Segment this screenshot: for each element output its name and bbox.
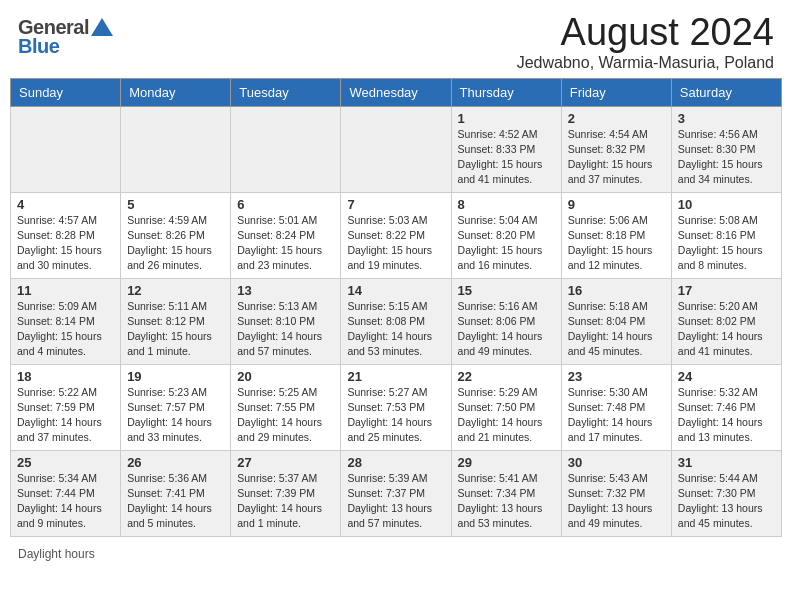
calendar-cell: 14Sunrise: 5:15 AM Sunset: 8:08 PM Dayli…: [341, 278, 451, 364]
week-row-1: 1Sunrise: 4:52 AM Sunset: 8:33 PM Daylig…: [11, 106, 782, 192]
calendar-cell: 26Sunrise: 5:36 AM Sunset: 7:41 PM Dayli…: [121, 450, 231, 536]
title-section: August 2024 Jedwabno, Warmia-Masuria, Po…: [517, 12, 774, 72]
calendar-cell: [341, 106, 451, 192]
day-info: Sunrise: 5:06 AM Sunset: 8:18 PM Dayligh…: [568, 213, 665, 274]
day-number: 16: [568, 283, 665, 298]
week-row-4: 18Sunrise: 5:22 AM Sunset: 7:59 PM Dayli…: [11, 364, 782, 450]
col-tuesday: Tuesday: [231, 78, 341, 106]
day-info: Sunrise: 5:25 AM Sunset: 7:55 PM Dayligh…: [237, 385, 334, 446]
week-row-5: 25Sunrise: 5:34 AM Sunset: 7:44 PM Dayli…: [11, 450, 782, 536]
calendar-cell: 28Sunrise: 5:39 AM Sunset: 7:37 PM Dayli…: [341, 450, 451, 536]
logo-icon: [91, 18, 113, 36]
day-number: 20: [237, 369, 334, 384]
calendar-cell: 27Sunrise: 5:37 AM Sunset: 7:39 PM Dayli…: [231, 450, 341, 536]
day-info: Sunrise: 5:04 AM Sunset: 8:20 PM Dayligh…: [458, 213, 555, 274]
day-number: 23: [568, 369, 665, 384]
day-number: 30: [568, 455, 665, 470]
calendar-cell: 21Sunrise: 5:27 AM Sunset: 7:53 PM Dayli…: [341, 364, 451, 450]
logo: General Blue: [18, 16, 113, 58]
col-wednesday: Wednesday: [341, 78, 451, 106]
header: General Blue August 2024 Jedwabno, Warmi…: [0, 0, 792, 78]
day-number: 3: [678, 111, 775, 126]
day-number: 28: [347, 455, 444, 470]
col-sunday: Sunday: [11, 78, 121, 106]
day-info: Sunrise: 5:30 AM Sunset: 7:48 PM Dayligh…: [568, 385, 665, 446]
calendar-cell: 25Sunrise: 5:34 AM Sunset: 7:44 PM Dayli…: [11, 450, 121, 536]
day-info: Sunrise: 5:03 AM Sunset: 8:22 PM Dayligh…: [347, 213, 444, 274]
week-row-2: 4Sunrise: 4:57 AM Sunset: 8:28 PM Daylig…: [11, 192, 782, 278]
day-info: Sunrise: 4:56 AM Sunset: 8:30 PM Dayligh…: [678, 127, 775, 188]
day-info: Sunrise: 4:52 AM Sunset: 8:33 PM Dayligh…: [458, 127, 555, 188]
calendar-title: August 2024: [517, 12, 774, 54]
day-number: 18: [17, 369, 114, 384]
day-number: 4: [17, 197, 114, 212]
calendar-cell: 18Sunrise: 5:22 AM Sunset: 7:59 PM Dayli…: [11, 364, 121, 450]
day-number: 24: [678, 369, 775, 384]
day-number: 27: [237, 455, 334, 470]
day-number: 26: [127, 455, 224, 470]
calendar-cell: 22Sunrise: 5:29 AM Sunset: 7:50 PM Dayli…: [451, 364, 561, 450]
calendar-cell: 30Sunrise: 5:43 AM Sunset: 7:32 PM Dayli…: [561, 450, 671, 536]
day-number: 15: [458, 283, 555, 298]
col-saturday: Saturday: [671, 78, 781, 106]
calendar-cell: [11, 106, 121, 192]
calendar-cell: 6Sunrise: 5:01 AM Sunset: 8:24 PM Daylig…: [231, 192, 341, 278]
day-info: Sunrise: 5:08 AM Sunset: 8:16 PM Dayligh…: [678, 213, 775, 274]
week-row-3: 11Sunrise: 5:09 AM Sunset: 8:14 PM Dayli…: [11, 278, 782, 364]
calendar-cell: 15Sunrise: 5:16 AM Sunset: 8:06 PM Dayli…: [451, 278, 561, 364]
day-number: 8: [458, 197, 555, 212]
day-number: 6: [237, 197, 334, 212]
calendar-cell: 3Sunrise: 4:56 AM Sunset: 8:30 PM Daylig…: [671, 106, 781, 192]
day-info: Sunrise: 5:15 AM Sunset: 8:08 PM Dayligh…: [347, 299, 444, 360]
calendar-cell: [121, 106, 231, 192]
day-number: 19: [127, 369, 224, 384]
day-info: Sunrise: 5:13 AM Sunset: 8:10 PM Dayligh…: [237, 299, 334, 360]
day-number: 5: [127, 197, 224, 212]
day-info: Sunrise: 5:27 AM Sunset: 7:53 PM Dayligh…: [347, 385, 444, 446]
day-info: Sunrise: 5:16 AM Sunset: 8:06 PM Dayligh…: [458, 299, 555, 360]
day-number: 11: [17, 283, 114, 298]
day-info: Sunrise: 5:01 AM Sunset: 8:24 PM Dayligh…: [237, 213, 334, 274]
calendar-cell: 9Sunrise: 5:06 AM Sunset: 8:18 PM Daylig…: [561, 192, 671, 278]
day-info: Sunrise: 5:22 AM Sunset: 7:59 PM Dayligh…: [17, 385, 114, 446]
svg-marker-0: [91, 18, 113, 36]
footer: Daylight hours: [0, 545, 792, 563]
day-number: 14: [347, 283, 444, 298]
calendar-subtitle: Jedwabno, Warmia-Masuria, Poland: [517, 54, 774, 72]
day-number: 1: [458, 111, 555, 126]
day-info: Sunrise: 4:57 AM Sunset: 8:28 PM Dayligh…: [17, 213, 114, 274]
calendar-cell: 23Sunrise: 5:30 AM Sunset: 7:48 PM Dayli…: [561, 364, 671, 450]
day-number: 17: [678, 283, 775, 298]
day-info: Sunrise: 5:44 AM Sunset: 7:30 PM Dayligh…: [678, 471, 775, 532]
day-number: 31: [678, 455, 775, 470]
calendar-cell: 20Sunrise: 5:25 AM Sunset: 7:55 PM Dayli…: [231, 364, 341, 450]
day-info: Sunrise: 5:36 AM Sunset: 7:41 PM Dayligh…: [127, 471, 224, 532]
calendar-header-row: Sunday Monday Tuesday Wednesday Thursday…: [11, 78, 782, 106]
day-number: 22: [458, 369, 555, 384]
col-monday: Monday: [121, 78, 231, 106]
calendar-cell: 5Sunrise: 4:59 AM Sunset: 8:26 PM Daylig…: [121, 192, 231, 278]
col-friday: Friday: [561, 78, 671, 106]
day-info: Sunrise: 5:11 AM Sunset: 8:12 PM Dayligh…: [127, 299, 224, 360]
calendar-cell: 11Sunrise: 5:09 AM Sunset: 8:14 PM Dayli…: [11, 278, 121, 364]
day-info: Sunrise: 5:18 AM Sunset: 8:04 PM Dayligh…: [568, 299, 665, 360]
daylight-label: Daylight hours: [18, 547, 95, 561]
day-number: 25: [17, 455, 114, 470]
day-info: Sunrise: 5:20 AM Sunset: 8:02 PM Dayligh…: [678, 299, 775, 360]
day-number: 10: [678, 197, 775, 212]
day-number: 21: [347, 369, 444, 384]
col-thursday: Thursday: [451, 78, 561, 106]
calendar-cell: 10Sunrise: 5:08 AM Sunset: 8:16 PM Dayli…: [671, 192, 781, 278]
day-number: 29: [458, 455, 555, 470]
day-number: 2: [568, 111, 665, 126]
day-info: Sunrise: 5:41 AM Sunset: 7:34 PM Dayligh…: [458, 471, 555, 532]
calendar-cell: 8Sunrise: 5:04 AM Sunset: 8:20 PM Daylig…: [451, 192, 561, 278]
calendar-cell: 24Sunrise: 5:32 AM Sunset: 7:46 PM Dayli…: [671, 364, 781, 450]
calendar-wrapper: Sunday Monday Tuesday Wednesday Thursday…: [0, 78, 792, 545]
calendar-cell: 12Sunrise: 5:11 AM Sunset: 8:12 PM Dayli…: [121, 278, 231, 364]
day-info: Sunrise: 5:29 AM Sunset: 7:50 PM Dayligh…: [458, 385, 555, 446]
day-info: Sunrise: 5:34 AM Sunset: 7:44 PM Dayligh…: [17, 471, 114, 532]
day-info: Sunrise: 5:09 AM Sunset: 8:14 PM Dayligh…: [17, 299, 114, 360]
calendar-cell: 13Sunrise: 5:13 AM Sunset: 8:10 PM Dayli…: [231, 278, 341, 364]
calendar-cell: 17Sunrise: 5:20 AM Sunset: 8:02 PM Dayli…: [671, 278, 781, 364]
